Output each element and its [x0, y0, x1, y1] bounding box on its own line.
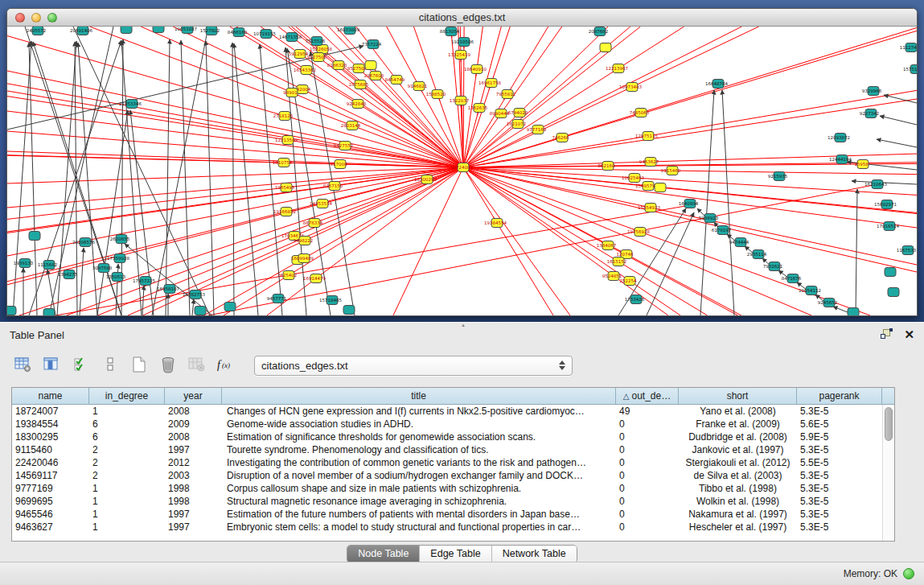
graph-node[interactable]: 9245652	[818, 299, 838, 307]
graph-node[interactable]: 16958107	[157, 285, 179, 294]
cell-in_degree[interactable]: 2	[89, 456, 165, 469]
graph-node[interactable]	[7, 307, 16, 315]
graph-node[interactable]: 3097588	[92, 264, 113, 273]
cell-out_degree[interactable]: 0	[616, 521, 679, 534]
cell-short[interactable]: Hescheler et al. (1997)	[679, 521, 797, 534]
cell-name[interactable]: 22420046	[12, 456, 89, 469]
graph-node[interactable]: 9242848	[347, 100, 367, 109]
graph-node[interactable]: 1621072	[507, 120, 527, 129]
cell-out_degree[interactable]: 0	[616, 482, 679, 495]
graph-node[interactable]	[153, 27, 164, 33]
cell-name[interactable]: 9463627	[12, 521, 89, 534]
cell-year[interactable]: 1998	[165, 495, 222, 508]
cell-short[interactable]: de Silva et al. (2003)	[679, 469, 797, 482]
table-scrollbar-thumb[interactable]	[885, 407, 893, 441]
graph-node[interactable]: 16543362	[294, 66, 316, 75]
graph-node[interactable]: 8813054	[440, 27, 460, 36]
graph-node[interactable]: 9127506	[307, 53, 327, 62]
cell-title[interactable]: Structural magnetic resonance image aver…	[222, 495, 616, 508]
cell-name[interactable]: 19384554	[12, 418, 89, 431]
close-window-button[interactable]	[15, 13, 25, 23]
cell-in_degree[interactable]: 6	[89, 418, 165, 431]
float-panel-icon[interactable]	[881, 329, 893, 340]
column-header-out_degree[interactable]: △out_de…	[616, 388, 679, 404]
graph-node[interactable]: 1112747	[900, 43, 917, 52]
graph-node[interactable]: 2405572	[27, 27, 47, 35]
graph-node[interactable]: 7932621	[763, 262, 783, 271]
cell-in_degree[interactable]: 1	[89, 482, 165, 495]
graph-node[interactable]: 9498222	[294, 237, 314, 245]
cell-in_degree[interactable]: 1	[89, 508, 165, 521]
cell-in_degree[interactable]: 1	[89, 495, 165, 508]
cell-year[interactable]: 2012	[165, 456, 222, 469]
cell-in_degree[interactable]: 2	[89, 469, 165, 482]
graph-node[interactable]: 15718485	[319, 296, 342, 305]
column-header-name[interactable]: name	[12, 388, 89, 404]
table-row[interactable]: 1872400712008Changes of HCN gene express…	[12, 405, 882, 418]
graph-node[interactable]: 8466160	[228, 28, 248, 37]
graph-node[interactable]: 18640910	[464, 65, 487, 74]
graph-node[interactable]: 2875685	[349, 80, 369, 89]
cell-pagerank[interactable]: 5.3E-5	[797, 495, 882, 508]
graph-node[interactable]: 7485063	[630, 109, 650, 117]
tab-network-table[interactable]: Network Table	[491, 546, 577, 562]
cell-short[interactable]: Nakamura et al. (1997)	[679, 508, 797, 521]
graph-node[interactable]	[888, 288, 899, 297]
cell-pagerank[interactable]: 5.3E-5	[797, 405, 882, 418]
graph-node[interactable]: 15751074	[903, 65, 917, 74]
column-header-in_degree[interactable]: in_degree	[89, 388, 165, 404]
graph-node[interactable]: 252254	[620, 277, 637, 286]
graph-node[interactable]: 1115682	[38, 261, 58, 270]
cell-name[interactable]: 9777169	[12, 482, 89, 495]
graph-node[interactable]	[885, 268, 896, 277]
graph-node[interactable]	[365, 61, 376, 70]
table-settings-button[interactable]	[11, 353, 35, 377]
cell-pagerank[interactable]: 5.6E-5	[797, 418, 882, 431]
graph-node[interactable]: 7515526	[306, 37, 326, 46]
graph-node[interactable]: 1588520	[426, 90, 446, 99]
network-window-titlebar[interactable]: citations_edges.txt	[7, 9, 917, 27]
graph-node[interactable]: 7357224	[362, 40, 382, 49]
graph-node[interactable]: 10025463	[622, 174, 644, 183]
close-panel-icon[interactable]: ✕	[904, 329, 914, 340]
cell-in_degree[interactable]: 1	[89, 405, 165, 418]
cell-name[interactable]: 18724007	[12, 405, 89, 418]
table-selector-combobox[interactable]: citations_edges.txt	[254, 356, 573, 376]
graph-node[interactable]: 862160	[598, 162, 615, 171]
graph-node[interactable]: 5912954	[289, 50, 309, 59]
show-columns-button[interactable]	[40, 353, 64, 377]
cell-title[interactable]: Genome-wide association studies in ADHD.	[222, 418, 616, 431]
graph-node[interactable]: 8454749	[385, 76, 405, 84]
graph-node[interactable]: 17016514	[877, 222, 899, 231]
graph-node[interactable]	[43, 309, 55, 316]
graph-node[interactable]: 1350513	[106, 273, 126, 282]
cell-pagerank[interactable]: 5.3E-5	[797, 508, 882, 521]
graph-node[interactable]: 19384554	[484, 219, 507, 228]
graph-node[interactable]: 9777169	[527, 126, 547, 134]
cell-title[interactable]: Tourette syndrome. Phenomenology and cla…	[222, 443, 616, 456]
cell-pagerank[interactable]: 5.9E-5	[797, 431, 882, 443]
graph-node[interactable]: 1322037	[450, 97, 470, 105]
citation-graph[interactable]: 1872400718300295193845549242848280314484…	[7, 27, 917, 315]
cell-out_degree[interactable]: 0	[616, 443, 679, 456]
cell-title[interactable]: Corpus callosum shape and size in male p…	[222, 482, 616, 495]
graph-node[interactable]: 16782753	[183, 290, 205, 299]
cell-year[interactable]: 2008	[165, 431, 222, 443]
graph-node[interactable]: 2087682	[589, 27, 609, 36]
graph-node[interactable]: 20691406	[70, 27, 92, 35]
graph-node[interactable]	[224, 303, 236, 311]
graph-node[interactable]	[195, 307, 206, 315]
delete-columns-button[interactable]	[185, 353, 209, 377]
graph-node[interactable]: 6179197	[712, 226, 732, 235]
cell-year[interactable]: 2008	[165, 405, 222, 418]
graph-node[interactable]: 9527508	[347, 64, 368, 73]
graph-node[interactable]: 1615152	[607, 257, 627, 266]
graph-node[interactable]: 2718126	[273, 112, 294, 121]
graph-node[interactable]: 1965493	[275, 183, 295, 192]
cell-pagerank[interactable]: 5.3E-5	[797, 521, 882, 534]
cell-short[interactable]: Stergiakouli et al. (2012)	[679, 456, 797, 469]
cell-pagerank[interactable]: 5.3E-5	[797, 469, 882, 482]
table-row[interactable]: 1456911722003Disruption of a novel membe…	[12, 469, 882, 482]
cell-in_degree[interactable]: 2	[89, 443, 165, 456]
function-builder-button[interactable]: f(x)	[214, 353, 238, 377]
